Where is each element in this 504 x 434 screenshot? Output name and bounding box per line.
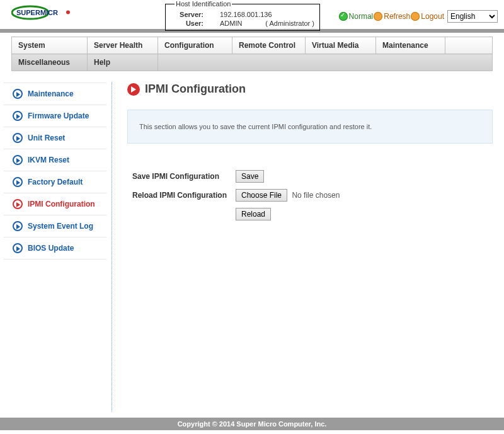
nav-blank: [445, 37, 493, 54]
sidebar-item-ikvm-reset[interactable]: IKVM Reset: [4, 149, 106, 171]
language-select[interactable]: English: [447, 10, 498, 23]
nav-server-health[interactable]: Server Health: [88, 37, 158, 54]
arrow-icon: [13, 243, 23, 253]
nav-virtual-media[interactable]: Virtual Media: [306, 37, 376, 54]
no-file-text: No file chosen: [289, 191, 340, 200]
sidebar: MaintenanceFirmware UpdateUnit ResetIKVM…: [4, 83, 112, 411]
sidebar-item-label: System Event Log: [28, 222, 93, 231]
main-nav: System Server Health Configuration Remot…: [11, 37, 493, 71]
arrow-icon: [13, 177, 23, 187]
nav-help[interactable]: Help: [88, 54, 158, 71]
config-form: Save IPMI Configuration Save Reload IPMI…: [127, 166, 345, 224]
user-role: ( Administrator ): [263, 20, 314, 27]
arrow-icon: [13, 111, 23, 121]
sidebar-item-label: BIOS Update: [28, 244, 74, 253]
host-identification: Host Identification Server: 192.168.001.…: [165, 0, 320, 31]
page-title: IPMI Configuration: [145, 83, 246, 96]
reload-label: Reload IPMI Configuration: [129, 186, 231, 204]
save-label: Save IPMI Configuration: [129, 168, 231, 185]
arrow-icon: [13, 221, 23, 231]
status-normal: Normal: [348, 12, 374, 21]
logout-link[interactable]: Logout: [420, 12, 445, 21]
sidebar-item-bios-update[interactable]: BIOS Update: [4, 237, 106, 260]
sidebar-item-label: Unit Reset: [28, 134, 65, 142]
info-box: This section allows you to save the curr…: [127, 110, 493, 144]
sidebar-item-label: IKVM Reset: [28, 156, 69, 164]
sidebar-item-maintenance[interactable]: Maintenance: [4, 83, 106, 105]
save-button[interactable]: Save: [236, 170, 264, 183]
refresh-link[interactable]: Refresh: [383, 12, 411, 21]
page-title-row: IPMI Configuration: [127, 83, 493, 96]
sidebar-item-label: Maintenance: [28, 89, 74, 98]
footer: Copyright © 2014 Super Micro Computer, I…: [0, 418, 504, 430]
logout-icon: [411, 12, 420, 21]
sidebar-item-system-event-log[interactable]: System Event Log: [4, 215, 106, 237]
user-label: User:: [175, 20, 203, 27]
sidebar-item-label: IPMI Configuration: [28, 200, 95, 208]
user-value: ADMIN: [207, 20, 259, 27]
server-label: Server:: [175, 11, 203, 18]
status-ok-icon: [339, 12, 348, 21]
host-legend: Host Identification: [175, 0, 232, 8]
nav-row2-blank: [158, 54, 493, 71]
arrow-icon: [13, 133, 23, 143]
nav-remote-control[interactable]: Remote Control: [232, 37, 306, 54]
sidebar-item-label: Factory Default: [28, 178, 83, 186]
nav-miscellaneous[interactable]: Miscellaneous: [12, 54, 88, 71]
arrow-icon: [13, 199, 23, 209]
supermicro-logo: SUPERMICR: [11, 4, 81, 21]
sidebar-item-unit-reset[interactable]: Unit Reset: [4, 127, 106, 149]
nav-configuration[interactable]: Configuration: [158, 37, 232, 54]
server-value: 192.168.001.136: [207, 11, 314, 18]
refresh-icon: [374, 12, 382, 21]
nav-system[interactable]: System: [12, 37, 88, 54]
sidebar-item-ipmi-configuration[interactable]: IPMI Configuration: [4, 193, 106, 215]
reload-button[interactable]: Reload: [236, 208, 271, 220]
sidebar-item-label: Firmware Update: [28, 111, 89, 120]
page-title-icon: [127, 83, 140, 96]
nav-maintenance[interactable]: Maintenance: [376, 37, 445, 54]
sidebar-item-firmware-update[interactable]: Firmware Update: [4, 105, 106, 127]
arrow-icon: [13, 155, 23, 165]
arrow-icon: [13, 89, 23, 99]
svg-point-2: [66, 11, 70, 14]
sidebar-item-factory-default[interactable]: Factory Default: [4, 171, 106, 193]
svg-text:SUPERMICR: SUPERMICR: [16, 9, 58, 16]
choose-file-button[interactable]: Choose File: [236, 189, 287, 202]
